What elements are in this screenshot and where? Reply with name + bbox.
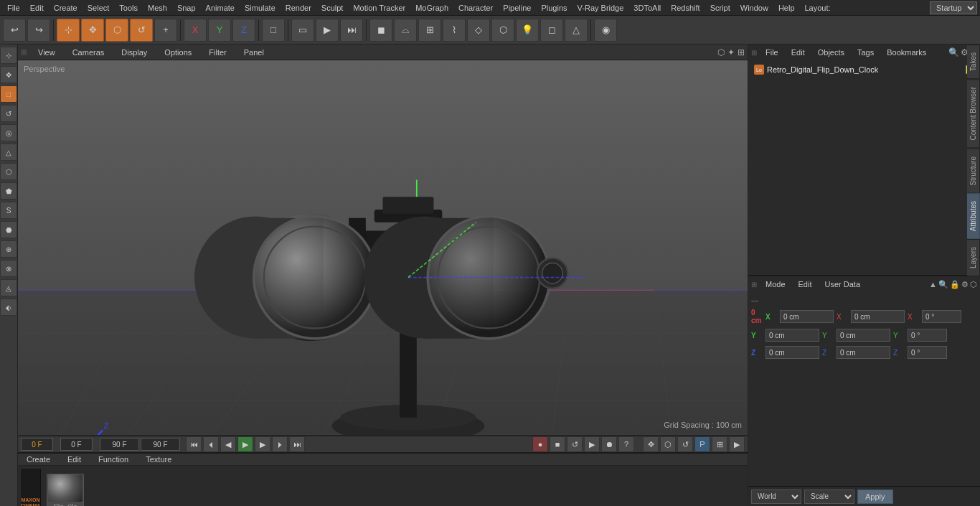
object-row[interactable]: Lo Retro_Digital_Flip_Down_Clock [751,63,977,76]
world-dropdown[interactable]: World [751,489,801,504]
pos-x-field[interactable] [780,310,834,323]
record-button[interactable]: ● [532,436,548,452]
go-to-end-button[interactable]: ⏭ [289,436,305,452]
menu-pipeline[interactable]: Pipeline [499,2,535,14]
play-forward-button[interactable]: ▶ [584,436,600,452]
apply-button[interactable]: Apply [857,489,893,504]
material-thumbnail[interactable]: Flip_Clo [47,474,84,506]
vtab-attributes[interactable]: Attributes [967,193,980,239]
menu-help[interactable]: Help [774,2,799,14]
left-tool-5[interactable]: △ [0,144,17,161]
floor-button[interactable]: ◻ [540,19,563,42]
loop-button[interactable]: ↺ [567,436,583,452]
go-to-start-button[interactable]: ⏮ [186,436,202,452]
motion-record-button[interactable]: ✥ [643,436,659,452]
move-tool-button[interactable]: ✥ [81,19,104,42]
viewport-icon-lock[interactable]: ✦ [727,47,735,57]
play-button[interactable]: ▶ [237,436,253,452]
left-tool-13[interactable]: ⬖ [0,299,17,316]
obj-tab-bookmarks[interactable]: Bookmarks [882,47,930,58]
start-frame-field[interactable] [60,438,93,451]
help-button[interactable]: ? [618,436,634,452]
mat-tab-texture[interactable]: Texture [140,454,177,465]
left-tool-6[interactable]: ⬡ [0,163,17,180]
pos-z-field[interactable] [765,346,819,359]
viewport-3d[interactable]: Perspective [18,60,748,435]
stop-button[interactable]: ■ [550,436,565,452]
left-tool-7[interactable]: ⬟ [0,182,17,200]
prev-key-button[interactable]: ⏴ [203,436,219,452]
menu-vray[interactable]: V-Ray Bridge [573,2,628,14]
viewport-tab-panel[interactable]: Panel [238,47,270,58]
menu-plugins[interactable]: Plugins [537,2,571,14]
vtab-structure[interactable]: Structure [967,149,980,194]
left-tool-8[interactable]: S [0,202,17,219]
left-tool-4[interactable]: ◎ [0,124,17,141]
pos-y2-field[interactable] [837,329,890,342]
next-key-button[interactable]: ⏵ [272,436,288,452]
mat-tab-edit[interactable]: Edit [62,454,87,465]
attr-settings-icon[interactable]: ⚙ [961,280,969,289]
key-record-button[interactable]: ⬡ [660,436,676,452]
menu-3dtoall[interactable]: 3DToAll [629,2,665,14]
viewport-tab-display[interactable]: Display [116,47,153,58]
viewport-icon-expand[interactable]: ⬡ [717,47,725,57]
camera-button[interactable]: ⬡ [491,19,514,42]
scale-tool-button[interactable]: ⬡ [105,19,128,42]
attr-search-icon[interactable]: 🔍 [938,280,948,289]
end-frame-field[interactable] [141,438,180,451]
left-tool-9[interactable]: ⬣ [0,221,17,238]
rot-y-field[interactable] [908,329,947,342]
viewport-tab-options[interactable]: Options [159,47,197,58]
viewport-tab-filter[interactable]: Filter [203,47,232,58]
menu-motion-tracker[interactable]: Motion Tracker [349,2,410,14]
grid-button[interactable]: ⊞ [712,436,727,452]
vtab-content-browser[interactable]: Content Browser [967,79,980,148]
object-mode-button[interactable]: □ [262,19,285,42]
rot-z-field[interactable] [908,346,947,359]
preview-end-field[interactable] [100,438,139,451]
environment-button[interactable]: ◇ [467,19,490,42]
obj-tab-objects[interactable]: Objects [814,47,849,58]
attr-tab-mode[interactable]: Mode [761,278,790,290]
menu-select[interactable]: Select [83,2,114,14]
preview-button[interactable]: P [694,436,710,452]
menu-render[interactable]: Render [281,2,316,14]
pos-y-field[interactable] [765,329,819,342]
sky-button[interactable]: △ [565,19,588,42]
axis-x-button[interactable]: X [184,19,207,42]
obj-search-icon[interactable]: 🔍 [948,47,959,57]
attr-expand-icon[interactable]: ⬡ [970,280,977,289]
left-tool-0[interactable]: ⊹ [0,47,17,64]
undo-button[interactable]: ↩ [3,19,26,42]
redo-button[interactable]: ↪ [27,19,50,42]
current-frame-field[interactable] [21,438,53,451]
obj-tab-file[interactable]: File [761,47,783,58]
render-region-button[interactable]: ▭ [291,19,314,42]
rot-x-field[interactable] [922,310,961,323]
obj-tab-tags[interactable]: Tags [853,47,878,58]
left-tool-2[interactable]: □ [0,85,17,103]
attr-tab-edit[interactable]: Edit [794,278,816,290]
transform-tool-button[interactable]: + [154,19,177,42]
cube-button[interactable]: ◼ [369,19,392,42]
vtab-takes[interactable]: Takes [967,44,980,79]
left-tool-12[interactable]: ◬ [0,279,17,296]
layout-select[interactable]: Startup [930,1,977,14]
axis-y-button[interactable]: Y [208,19,231,42]
menu-file[interactable]: File [3,2,24,14]
menu-create[interactable]: Create [50,2,82,14]
timeline-ruler[interactable]: 0 5 10 15 20 25 30 35 40 45 50 55 60 65 … [18,435,748,436]
menu-redshift[interactable]: Redshift [666,2,704,14]
viewport-tab-cameras[interactable]: Cameras [67,47,110,58]
pos-x2-field[interactable] [851,310,905,323]
render-all-button[interactable]: ⏭ [340,19,363,42]
light-button[interactable]: 💡 [516,19,539,42]
prev-frame-button[interactable]: ◀ [220,436,236,452]
select-tool-button[interactable]: ⊹ [57,19,80,42]
spline-button[interactable]: ⌓ [394,19,417,42]
menu-edit[interactable]: Edit [26,2,48,14]
record-all-button[interactable]: ⏺ [601,436,617,452]
attr-up-icon[interactable]: ▲ [929,280,937,289]
scale-dropdown[interactable]: Scale [804,489,854,504]
